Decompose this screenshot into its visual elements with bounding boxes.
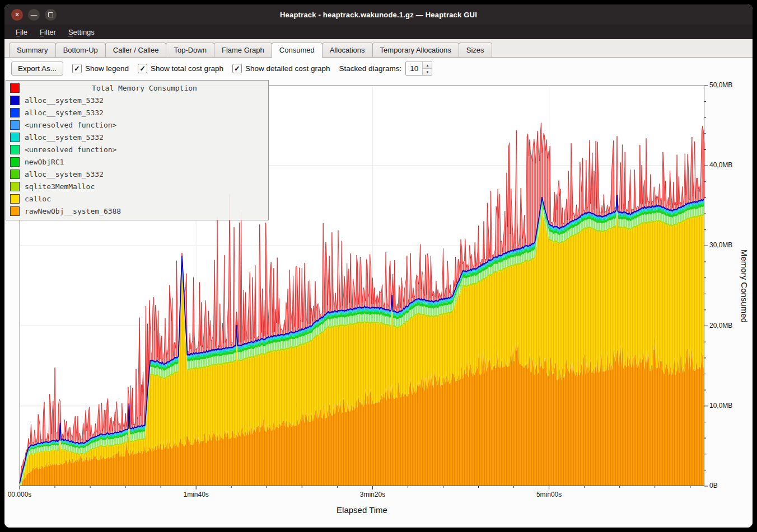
legend-item-label: alloc__system_5332 [25,133,104,142]
toolbar-checkboxes: ✓Show legend✓Show total cost graph✓Show … [72,64,330,73]
stacked-diagrams-control: Stacked diagrams: 10 ▲ ▼ [339,62,433,76]
legend-item-label: alloc__system_5332 [25,170,104,178]
tab-flame-graph[interactable]: Flame Graph [214,43,272,57]
y-tick-label: 0B [709,482,718,489]
tab-allocations[interactable]: Allocations [322,43,373,57]
legend-swatch [10,120,20,130]
y-tick-label: 40,0MB [709,161,732,169]
heaptrack-window: ✕ — Heaptrack - heaptrack.wakunode.1.gz … [4,4,753,528]
legend-item-label: <unresolved function> [25,121,116,129]
legend-title: Total Memory Consumption [25,84,264,92]
legend-item-label: rawNewObj__system_6388 [25,207,121,215]
legend-swatch [10,194,20,204]
legend-swatch [10,108,20,117]
menu-settings[interactable]: Settings [63,26,100,38]
legend-swatch [10,182,20,191]
checkbox-label: Show detailed cost graph [245,64,330,73]
spinbox-buttons: ▲ ▼ [422,62,432,75]
legend-item[interactable]: rawNewObj__system_6388 [6,205,268,217]
checkmark-icon: ✓ [232,64,242,73]
x-tick-label: 3min20s [347,491,398,498]
menu-filter[interactable]: Filter [34,26,62,38]
title-bar: ✕ — Heaptrack - heaptrack.wakunode.1.gz … [4,4,753,25]
legend-item[interactable]: <unresolved function> [6,143,268,156]
legend-item-label: <unresolved function> [25,145,116,154]
legend-item[interactable]: <unresolved function> [6,119,268,131]
legend-swatch [10,206,20,216]
export-as-button[interactable]: Export As... [11,62,63,76]
y-tick-label: 20,0MB [709,322,732,329]
tab-consumed[interactable]: Consumed [272,43,323,58]
legend-item-label: calloc [25,195,51,203]
x-tick-label: 00.000s [4,491,45,498]
tab-top-down[interactable]: Top-Down [166,43,214,57]
legend-item[interactable]: newObjRC1 [6,156,268,168]
spin-down-icon[interactable]: ▼ [423,69,432,75]
checkbox-show-legend[interactable]: ✓Show legend [72,64,129,73]
close-button[interactable]: ✕ [11,9,23,21]
legend-item-label: newObjRC1 [25,158,64,166]
minimize-button[interactable]: — [28,9,40,21]
stacked-diagrams-spinbox[interactable]: 10 ▲ ▼ [405,62,432,76]
y-tick-label: 10,0MB [709,402,732,409]
maximize-button[interactable] [45,9,57,21]
legend-item[interactable]: alloc__system_5332 [6,106,268,119]
legend-swatch [10,96,20,105]
legend-swatch [10,145,20,154]
window-controls: ✕ — [11,9,57,21]
legend-item[interactable]: sqlite3MemMalloc [6,180,268,192]
y-axis-title: Memory Consumed [737,86,751,486]
x-axis-title: Elapsed Time [20,505,704,515]
legend-swatch [10,157,20,167]
legend-swatch [10,170,20,179]
checkbox-label: Show legend [85,64,129,73]
maximize-icon [48,12,53,17]
checkmark-icon: ✓ [72,64,82,73]
tab-sizes[interactable]: Sizes [459,43,492,57]
tab-caller-callee[interactable]: Caller / Callee [105,43,167,57]
window-title: Heaptrack - heaptrack.wakunode.1.gz — He… [4,11,753,19]
y-tick-label: 30,0MB [709,241,732,249]
tab-bottom-up[interactable]: Bottom-Up [55,43,106,57]
menu-bar: FileFilterSettings [4,25,753,39]
x-tick-label: 1min40s [171,491,221,498]
menu-file[interactable]: File [10,26,33,38]
y-tick-label: 50,0MB [709,81,732,89]
tab-temporary-allocations[interactable]: Temporary Allocations [372,43,459,57]
legend-item-label: alloc__system_5332 [25,96,104,105]
tab-summary[interactable]: Summary [9,43,56,57]
x-tick-label: 5min00s [524,491,574,498]
legend-swatch-total [10,83,20,93]
checkbox-label: Show total cost graph [151,64,223,73]
legend-item[interactable]: alloc__system_5332 [6,131,268,143]
legend-item[interactable]: calloc [6,192,268,205]
chart-legend: Total Memory Consumptionalloc__system_53… [6,80,269,220]
legend-item-label: alloc__system_5332 [25,109,104,117]
legend-item[interactable]: alloc__system_5332 [6,168,268,180]
legend-swatch [10,133,20,142]
stacked-diagrams-value[interactable]: 10 [406,62,422,75]
toolbar: Export As... ✓Show legend✓Show total cos… [4,58,753,79]
consumed-chart-area: Total Memory Consumptionalloc__system_53… [4,79,753,528]
legend-item-label: sqlite3MemMalloc [25,182,95,191]
stacked-diagrams-label: Stacked diagrams: [339,64,402,73]
legend-title-row: Total Memory Consumption [6,82,268,94]
tab-bar: SummaryBottom-UpCaller / CalleeTop-DownF… [4,39,753,58]
checkbox-show-total-cost-graph[interactable]: ✓Show total cost graph [138,64,223,73]
spin-up-icon[interactable]: ▲ [423,62,432,69]
checkbox-show-detailed-cost-graph[interactable]: ✓Show detailed cost graph [232,64,330,73]
checkmark-icon: ✓ [138,64,147,73]
legend-item[interactable]: alloc__system_5332 [6,94,268,106]
